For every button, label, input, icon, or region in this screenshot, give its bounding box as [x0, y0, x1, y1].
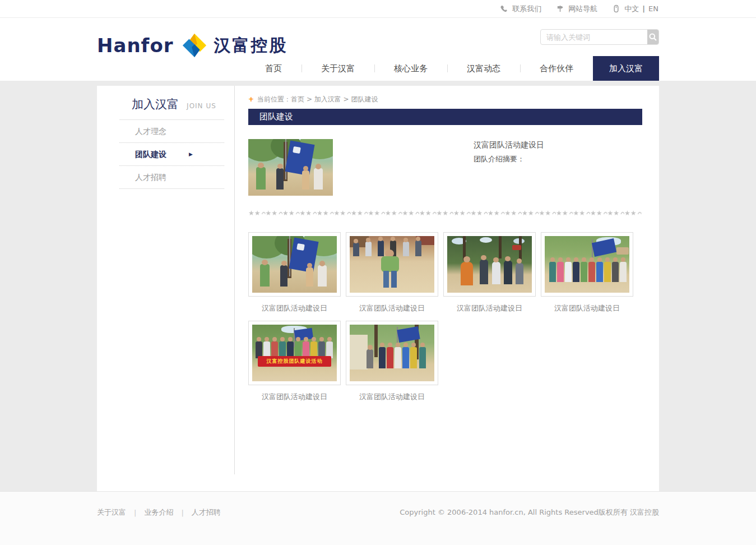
search-button[interactable] — [647, 30, 658, 44]
photo-shape — [621, 257, 625, 262]
photo-shape — [276, 168, 284, 190]
nav-item-home[interactable]: 首页 — [245, 56, 302, 81]
lang-en-link[interactable]: EN — [648, 4, 658, 13]
photo-shape — [461, 262, 473, 285]
site-header: Hanfor 汉富控股 首页 关于汉富 核心业务 汉富动态 合作伙伴 加入汉富 — [0, 18, 756, 81]
photo-shape — [381, 256, 399, 272]
search-input[interactable] — [541, 30, 647, 44]
gallery-photo: 汉富控股团队建设活动 — [252, 325, 337, 381]
gallery-photo — [350, 236, 434, 293]
sidebar-item-recruitment[interactable]: 人才招聘 — [119, 166, 224, 189]
photo-shape — [492, 262, 500, 284]
sidebar-subtitle: JOIN US — [187, 102, 216, 110]
footer-link-business[interactable]: 业务介绍 — [144, 507, 173, 518]
photo-shape — [391, 271, 397, 288]
photo-shape — [316, 164, 321, 169]
gallery-item[interactable]: 汉富团队活动建设日 — [248, 232, 341, 321]
photo-shape — [573, 262, 579, 282]
gallery-item[interactable]: 汉富团队活动建设日 — [346, 232, 438, 321]
photo-shape — [517, 258, 522, 264]
footer-link-about[interactable]: 关于汉富 — [97, 507, 126, 518]
photo-shape — [378, 241, 384, 256]
footer-link-recruit[interactable]: 人才招聘 — [192, 507, 221, 518]
main-content: +当前位置：首页 > 加入汉富 > 团队建设 团队建设 汉富团队活动建设日 团队… — [248, 86, 642, 409]
photo-shape — [493, 257, 499, 262]
gallery-caption: 汉富团队活动建设日 — [443, 303, 536, 313]
photo-shape — [480, 237, 492, 243]
sidebar-item-label: 团队建设 — [135, 150, 166, 159]
photo-shape — [304, 337, 308, 341]
gallery-photo-frame — [346, 232, 438, 297]
nav-item-news[interactable]: 汉富动态 — [447, 56, 520, 81]
photo-shape — [318, 265, 327, 287]
photo-shape — [312, 337, 316, 341]
nav-item-business[interactable]: 核心业务 — [374, 56, 447, 81]
photo-shape — [403, 238, 408, 242]
photo-shape — [403, 343, 408, 347]
featured-article[interactable]: 汉富团队活动建设日 团队介绍摘要： — [248, 139, 642, 196]
photo-shape — [293, 146, 301, 154]
breadcrumb-prefix: 当前位置： — [257, 95, 291, 103]
photo-shape — [597, 257, 602, 262]
sidebar: 加入汉富 JOIN US 人才理念 团队建设 ▶ 人才招聘 — [97, 86, 234, 189]
gallery-item[interactable]: 汉富控股团队建设活动 汉富团队活动建设日 — [248, 321, 341, 409]
gallery-item[interactable]: 汉富团队活动建设日 — [346, 321, 438, 409]
featured-photo[interactable] — [248, 139, 333, 196]
gallery-caption: 汉富团队活动建设日 — [346, 392, 438, 402]
star-separator: ★★ — [248, 208, 642, 217]
brand-logo[interactable]: Hanfor 汉富控股 — [97, 33, 288, 58]
photo-gallery: 汉富团队活动建设日 汉富团队活动建设日 汉富团队活动建设日 汉富团队活动建设日 … — [248, 232, 642, 409]
photo-shape — [604, 262, 611, 282]
contact-label: 联系我们 — [512, 4, 541, 14]
sidebar-item-team-building[interactable]: 团队建设 ▶ — [119, 143, 224, 166]
nav-item-about[interactable]: 关于汉富 — [302, 56, 374, 81]
photo-shape — [596, 262, 603, 282]
gallery-item[interactable]: 汉富团队活动建设日 — [541, 232, 633, 321]
mouse-icon — [612, 4, 620, 13]
featured-title: 汉富团队活动建设日 — [474, 140, 544, 150]
photo-shape — [388, 343, 392, 347]
footer-link-separator: | — [134, 509, 136, 517]
photo-shape — [620, 262, 627, 282]
breadcrumb-path[interactable]: 首页 > 加入汉富 > 团队建设 — [291, 95, 378, 103]
photo-shape — [612, 262, 619, 282]
photo-shape — [516, 263, 523, 284]
photo-shape — [512, 245, 521, 250]
gallery-photo — [252, 236, 337, 293]
nav-item-join[interactable]: 加入汉富 — [593, 56, 659, 81]
photo-shape — [395, 347, 401, 368]
content-panel: 加入汉富 JOIN US 人才理念 团队建设 ▶ 人才招聘 +当前位置：首页 >… — [97, 86, 659, 491]
sidebar-item-talent-philosophy[interactable]: 人才理念 — [119, 120, 224, 143]
gallery-photo — [350, 325, 434, 381]
photo-shape — [258, 163, 264, 168]
contact-link[interactable]: 联系我们 — [500, 4, 541, 14]
photo-shape — [396, 343, 400, 347]
photo-shape — [256, 167, 266, 190]
brand-name-cn: 汉富控股 — [214, 34, 288, 57]
featured-text: 汉富团队活动建设日 团队介绍摘要： — [474, 140, 544, 164]
photo-shape — [613, 257, 618, 262]
lang-zh-link[interactable]: 中文 — [624, 4, 639, 14]
signpost-icon — [556, 4, 564, 13]
photo-shape — [481, 255, 486, 260]
photo-shape — [280, 337, 285, 341]
vertical-divider — [234, 86, 235, 474]
footer-links: 关于汉富 | 业务介绍 | 人才招聘 — [97, 507, 221, 518]
sitenav-link[interactable]: 网站导航 — [556, 4, 597, 14]
sitenav-label: 网站导航 — [568, 4, 597, 14]
gallery-item[interactable]: 汉富团队活动建设日 — [443, 232, 536, 321]
site-search — [540, 29, 659, 45]
photo-shape — [403, 242, 409, 256]
sidebar-header: 加入汉富 JOIN US — [119, 96, 224, 120]
nav-item-partners[interactable]: 合作伙伴 — [520, 56, 593, 81]
gallery-photo-frame — [443, 232, 536, 297]
photo-shape — [368, 345, 373, 350]
photo-shape — [319, 337, 324, 341]
photo-shape — [260, 264, 270, 287]
footer: 关于汉富 | 业务介绍 | 人才招聘 Copyright © 2006-2014… — [0, 491, 756, 545]
photo-shape — [314, 168, 323, 190]
photo-shape — [366, 238, 370, 242]
gallery-photo-frame — [346, 321, 438, 385]
photo-shape — [257, 337, 261, 341]
photo-shape — [550, 257, 555, 262]
